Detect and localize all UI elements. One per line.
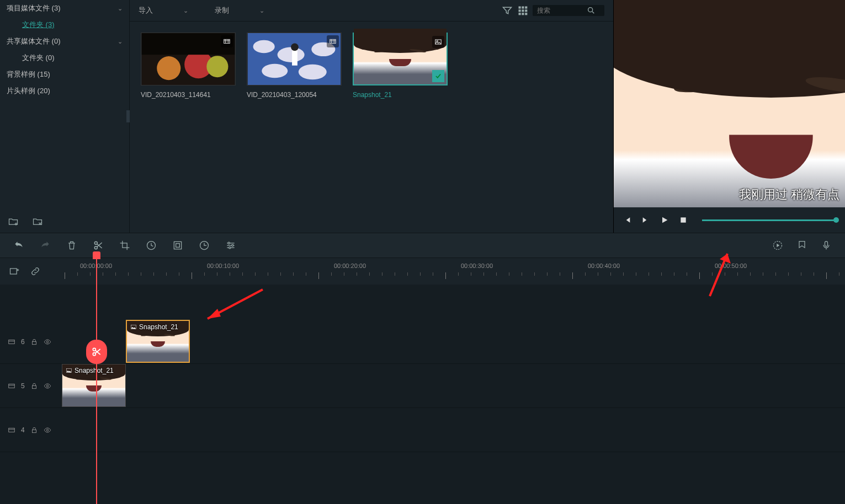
image-icon (130, 324, 137, 330)
image-icon (66, 367, 72, 374)
playhead-cut-button[interactable] (86, 340, 107, 364)
crop-icon[interactable] (119, 240, 130, 251)
svg-rect-2 (525, 7, 527, 9)
chevron-down-icon: ⌄ (259, 7, 264, 14)
render-icon[interactable] (772, 240, 783, 251)
tree-shared-media[interactable]: 共享媒体文件 (0) ⌄ (0, 33, 129, 50)
media-browser: 导入 ⌄ 录制 ⌄ (130, 0, 613, 233)
preview-viewport[interactable]: 我刚用过 稍微有点 (614, 0, 845, 207)
media-sidebar: 项目媒体文件 (3) ⌄ 文件夹 (3) 共享媒体文件 (0) ⌄ 文件夹 (0… (0, 0, 130, 233)
grid-view-icon[interactable] (517, 5, 528, 16)
search-icon (587, 6, 596, 15)
svg-rect-45 (32, 385, 36, 388)
eye-icon[interactable] (44, 382, 51, 390)
tree-intros[interactable]: 片头样例 (20) (0, 83, 129, 99)
lock-icon[interactable] (30, 382, 38, 390)
chevron-down-icon: ⌄ (118, 5, 123, 12)
media-caption: VID_20210403_120054 (247, 91, 342, 99)
color-icon[interactable] (172, 240, 183, 251)
video-track-icon (8, 382, 15, 390)
track-header[interactable]: 5 (0, 364, 62, 408)
panel-resize-handle[interactable] (126, 110, 130, 122)
prev-frame-button[interactable] (623, 216, 631, 224)
lock-icon[interactable] (30, 338, 38, 346)
svg-rect-32 (176, 244, 180, 248)
track-number: 6 (21, 338, 25, 346)
tree-label: 背景样例 (15) (7, 69, 50, 79)
svg-point-50 (46, 429, 49, 431)
speed-icon[interactable] (146, 240, 157, 251)
track-header[interactable]: 4 (0, 408, 62, 452)
add-track-icon[interactable] (9, 266, 20, 277)
tree-project-media[interactable]: 项目媒体文件 (3) ⌄ (0, 0, 129, 17)
new-folder-icon[interactable] (8, 216, 19, 227)
filter-icon[interactable] (502, 5, 513, 16)
eye-icon[interactable] (44, 426, 51, 434)
search-input[interactable] (537, 7, 587, 14)
timeline-tracks: 6 Snapshot_21 5 (0, 285, 845, 504)
video-track-icon (8, 338, 15, 346)
track-5[interactable]: 5 Snapshot_21 (0, 364, 845, 408)
svg-marker-54 (208, 309, 221, 319)
svg-rect-41 (32, 341, 36, 344)
voiceover-icon[interactable] (821, 240, 832, 251)
media-item-vid2[interactable]: VID_20210403_120054 (247, 33, 342, 99)
video-badge-icon (221, 35, 233, 47)
ruler-label: 00:00:20:00 (334, 262, 366, 269)
svg-point-42 (46, 341, 49, 343)
lock-icon[interactable] (30, 426, 38, 434)
svg-rect-0 (519, 7, 521, 9)
track-6[interactable]: 6 Snapshot_21 (0, 320, 845, 364)
track-header[interactable]: 6 (0, 320, 62, 363)
video-badge-icon (327, 35, 339, 47)
play-button[interactable] (660, 216, 669, 224)
volume-slider[interactable] (702, 219, 836, 221)
playhead[interactable] (96, 258, 97, 504)
scissors-icon[interactable] (93, 240, 104, 251)
trash-icon[interactable] (66, 240, 77, 251)
import-dropdown[interactable]: 导入 ⌄ (139, 4, 188, 17)
tree-backgrounds[interactable]: 背景样例 (15) (0, 66, 129, 83)
media-item-snapshot[interactable]: Snapshot_21 (353, 33, 448, 99)
tree-folder-3[interactable]: 文件夹 (3) (0, 17, 129, 33)
svg-rect-38 (825, 242, 828, 246)
playhead-handle[interactable] (93, 251, 100, 259)
track-number: 5 (21, 382, 25, 390)
eye-icon[interactable] (44, 338, 51, 346)
svg-rect-3 (519, 9, 521, 12)
svg-rect-24 (330, 40, 336, 44)
marker-icon[interactable] (796, 240, 807, 251)
svg-rect-5 (525, 9, 527, 12)
timeline-clip-snapshot-upper[interactable]: Snapshot_21 (126, 320, 190, 363)
media-item-vid1[interactable]: VID_20210403_114641 (141, 33, 236, 99)
search-box[interactable] (533, 5, 604, 16)
svg-rect-40 (9, 340, 15, 344)
record-dropdown[interactable]: 录制 ⌄ (215, 4, 264, 17)
svg-point-18 (278, 47, 305, 62)
svg-rect-48 (9, 428, 15, 432)
keyframe-icon[interactable] (199, 240, 210, 251)
svg-point-28 (94, 242, 97, 244)
timeline-clip-snapshot-lower[interactable]: Snapshot_21 (62, 364, 126, 407)
next-frame-button[interactable] (641, 216, 650, 224)
delete-folder-icon[interactable] (32, 216, 43, 227)
stop-button[interactable] (679, 216, 688, 224)
ruler-label: 00:00:40:00 (588, 262, 620, 269)
redo-icon (40, 240, 51, 251)
svg-point-13 (206, 56, 228, 77)
svg-point-52 (93, 353, 95, 356)
undo-icon[interactable] (13, 240, 24, 251)
clip-label: Snapshot_21 (130, 323, 178, 331)
media-grid: VID_20210403_114641 VID_20210403_120054 (130, 22, 613, 110)
settings-icon[interactable] (225, 240, 236, 251)
track-4[interactable]: 4 (0, 408, 845, 452)
tree-folder-0[interactable]: 文件夹 (0) (0, 50, 129, 66)
link-icon[interactable] (30, 266, 41, 277)
svg-point-17 (253, 40, 275, 53)
chevron-down-icon: ⌄ (118, 38, 123, 45)
media-toolbar: 导入 ⌄ 录制 ⌄ (130, 0, 613, 22)
tree-label: 文件夹 (0) (22, 53, 55, 63)
clip-label: Snapshot_21 (66, 367, 114, 374)
ruler-label: 00:00:30:00 (461, 262, 493, 269)
track-number: 4 (21, 426, 25, 434)
